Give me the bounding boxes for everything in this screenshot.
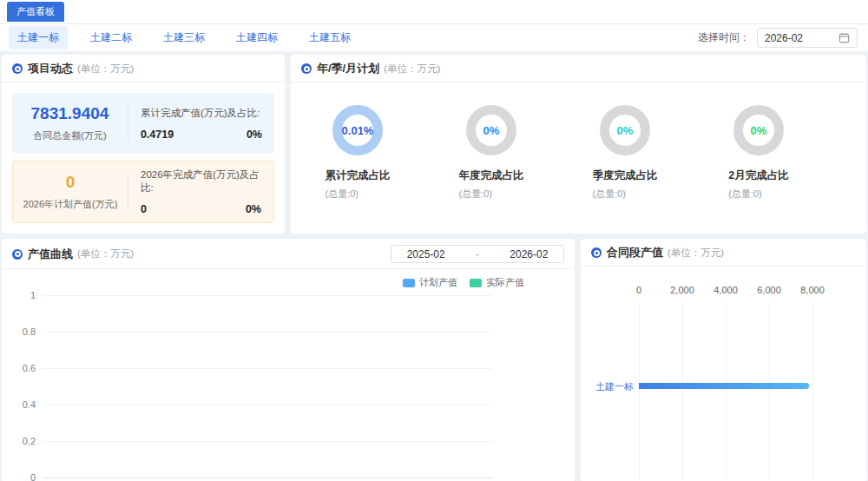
line-chart-ytick: 0.4 bbox=[23, 399, 36, 410]
donut-year: 0% 年度完成占比 (总量:0) bbox=[424, 105, 558, 201]
date-picker-label: 选择时间： bbox=[698, 30, 750, 45]
donut-ring: 0.01% bbox=[332, 105, 383, 155]
panel-project-dynamics: 项目动态 (单位：万元) 7831.9404 合同总金额(万元) 累计完成产值(… bbox=[2, 55, 285, 234]
range-end-value[interactable]: 2026-02 bbox=[510, 248, 548, 260]
cumulative-output-title: 累计完成产值(万元)及占比: bbox=[141, 107, 262, 120]
donut-label: 年度完成占比 bbox=[459, 168, 524, 183]
donut-total: (总量:0) bbox=[459, 188, 524, 201]
donut-row: 0.01% 累计完成占比 (总量:0) 0% 年度完成占比 bbox=[291, 82, 866, 201]
panel-output-curve: 产值曲线 (单位：万元) 2025-02 - 2026-02 计划产值 实际 bbox=[2, 239, 575, 481]
legend-item-planned[interactable]: 计划产值 bbox=[403, 276, 457, 289]
range-separator: - bbox=[476, 248, 479, 260]
target-circle-icon bbox=[12, 249, 23, 260]
cumulative-output-percent: 0% bbox=[247, 128, 262, 141]
bar-chart-plot-area: 02,0004,0006,0008,000土建一标 bbox=[639, 300, 812, 480]
date-range-picker[interactable]: 2025-02 - 2026-02 bbox=[391, 245, 564, 263]
line-chart-gridline bbox=[43, 478, 492, 478]
tab-section-1[interactable]: 土建一标 bbox=[9, 26, 68, 49]
bar-chart-xtick: 0 bbox=[636, 285, 641, 295]
top-bar: 产值看板 bbox=[0, 0, 868, 24]
legend-label: 实际产值 bbox=[486, 276, 524, 289]
legend-swatch-planned bbox=[403, 279, 415, 287]
calendar-icon[interactable] bbox=[838, 32, 850, 43]
target-circle-icon bbox=[591, 247, 602, 258]
donut-label: 累计完成占比 bbox=[326, 168, 391, 183]
stat-card-year-plan: 0 2026年计划产值(万元) 2026年完成产值(万元)及占比: 0 0% bbox=[12, 161, 274, 223]
line-chart-gridline bbox=[43, 368, 492, 369]
donut-percent: 0% bbox=[483, 124, 500, 137]
panel-unit-label: (单位：万元) bbox=[77, 63, 134, 76]
line-chart-gridline bbox=[43, 405, 492, 405]
tab-section-4[interactable]: 土建四标 bbox=[227, 26, 286, 49]
donut-total: (总量:0) bbox=[728, 188, 788, 201]
panel-unit-label: (单位：万元) bbox=[384, 63, 440, 76]
panel-curve-header: 产值曲线 (单位：万元) 2025-02 - 2026-02 bbox=[2, 239, 575, 269]
panel-contract-header: 合同段产值 (单位：万元) bbox=[581, 239, 866, 267]
panel-plan-header: 年/季/月计划 (单位：万元) bbox=[291, 55, 866, 82]
target-circle-icon bbox=[12, 63, 23, 74]
top-tab-dashboard[interactable]: 产值看板 bbox=[7, 2, 64, 22]
bar-segment bbox=[639, 383, 809, 389]
cumulative-output-value: 0.4719 bbox=[141, 128, 174, 141]
legend-item-actual[interactable]: 实际产值 bbox=[470, 276, 524, 289]
line-chart-ytick: 1 bbox=[30, 290, 36, 300]
range-start-value[interactable]: 2025-02 bbox=[407, 248, 445, 260]
tab-section-2[interactable]: 土建二标 bbox=[82, 26, 141, 49]
donut-label: 2月完成占比 bbox=[728, 168, 788, 183]
line-chart-gridline bbox=[43, 441, 492, 442]
legend-swatch-actual bbox=[470, 279, 482, 287]
date-picker-area: 选择时间： 2026-02 bbox=[698, 28, 859, 48]
year-plan-label: 2026年计划产值(万元) bbox=[13, 198, 128, 211]
donut-ring: 0% bbox=[466, 105, 516, 155]
line-chart-ytick: 0.8 bbox=[23, 326, 36, 337]
bar-chart-gridline bbox=[726, 300, 727, 480]
bar-chart-gridline bbox=[769, 300, 770, 480]
year-output-title: 2026年完成产值(万元)及占比: bbox=[141, 168, 261, 194]
tab-section-5[interactable]: 土建五标 bbox=[300, 26, 359, 49]
year-plan-value: 0 bbox=[13, 173, 128, 192]
panel-title: 年/季/月计划 bbox=[317, 61, 379, 76]
panel-title: 产值曲线 bbox=[28, 247, 73, 262]
chart-legend: 计划产值 实际产值 bbox=[403, 276, 524, 289]
line-chart-ytick: 0.6 bbox=[23, 363, 36, 373]
donut-total: (总量:0) bbox=[326, 188, 391, 201]
donut-month: 0% 2月完成占比 (总量:0) bbox=[692, 105, 825, 201]
tab-section-3[interactable]: 土建三标 bbox=[155, 26, 214, 49]
donut-ring: 0% bbox=[600, 105, 650, 155]
line-chart-gridline bbox=[43, 332, 492, 333]
bar-chart: 02,0004,0006,0008,000土建一标 bbox=[581, 267, 866, 481]
panel-plan: 年/季/月计划 (单位：万元) 0.01% 累计完成占比 (总量:0) bbox=[291, 55, 866, 234]
line-chart-plot-area: 00.20.40.60.812025-092025-112026-022026-… bbox=[43, 295, 492, 478]
legend-label: 计划产值 bbox=[419, 276, 457, 289]
panel-project-dynamics-header: 项目动态 (单位：万元) bbox=[2, 55, 285, 82]
panel-unit-label: (单位：万元) bbox=[77, 247, 134, 260]
line-chart-ytick: 0 bbox=[30, 472, 36, 481]
line-chart-ytick: 0.2 bbox=[23, 436, 36, 446]
donut-quarter: 0% 季度完成占比 (总量:0) bbox=[558, 105, 692, 201]
date-picker-value[interactable]: 2026-02 bbox=[765, 32, 838, 44]
section-tabs-bar: 土建一标 土建二标 土建三标 土建四标 土建五标 选择时间： 2026-02 bbox=[0, 24, 868, 51]
bar-chart-xtick: 2,000 bbox=[670, 285, 694, 295]
contract-total-value: 7831.9404 bbox=[12, 104, 128, 123]
panel-title: 合同段产值 bbox=[607, 245, 663, 260]
donut-ring: 0% bbox=[733, 105, 784, 155]
year-output-value: 0 bbox=[141, 203, 147, 215]
donut-percent: 0% bbox=[751, 124, 767, 137]
dashboard-grid: 项目动态 (单位：万元) 7831.9404 合同总金额(万元) 累计完成产值(… bbox=[2, 55, 866, 481]
donut-cumulative: 0.01% 累计完成占比 (总量:0) bbox=[291, 105, 424, 201]
bar-chart-xtick: 4,000 bbox=[713, 285, 738, 295]
donut-percent: 0.01% bbox=[342, 124, 374, 137]
donut-label: 季度完成占比 bbox=[593, 168, 658, 183]
line-chart: 计划产值 实际产值 00.20.40.60.812025-092025-1120… bbox=[2, 269, 575, 481]
line-chart-gridline bbox=[43, 295, 492, 296]
bar-chart-gridline bbox=[639, 300, 640, 480]
stat-card-contract-total: 7831.9404 合同总金额(万元) 累计完成产值(万元)及占比: 0.471… bbox=[12, 93, 274, 154]
bar-chart-gridline bbox=[812, 300, 813, 480]
date-picker-input[interactable]: 2026-02 bbox=[757, 28, 858, 48]
panel-title: 项目动态 bbox=[28, 61, 73, 76]
panel-unit-label: (单位：万元) bbox=[667, 247, 724, 260]
bar-category-label[interactable]: 土建一标 bbox=[595, 380, 634, 393]
target-circle-icon bbox=[301, 63, 312, 74]
donut-percent: 0% bbox=[617, 124, 634, 137]
contract-total-label: 合同总金额(万元) bbox=[12, 129, 128, 142]
